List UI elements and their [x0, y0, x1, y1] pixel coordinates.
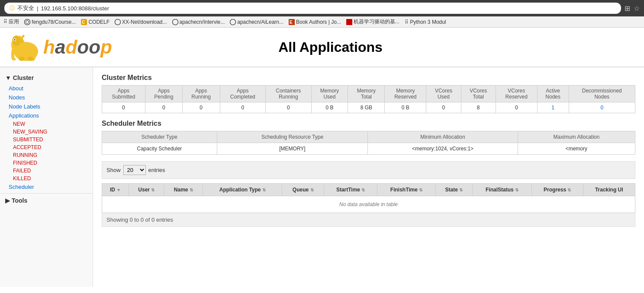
col-name[interactable]: Name ⇅ [164, 184, 203, 196]
sidebar-state-new-saving[interactable]: NEW_SAVING [0, 128, 93, 136]
entries-select[interactable]: 10 20 25 50 100 [123, 165, 146, 175]
col-containers-running: ContainersRunning [266, 86, 312, 102]
col-apps-running: AppsRunning [182, 86, 220, 102]
val-apps-completed: 0 [220, 102, 266, 113]
insecure-label: 不安全 [17, 4, 34, 12]
cluster-arrow-icon: ▼ [5, 74, 11, 81]
val-vcores-used: 0 [426, 102, 461, 113]
show-label: Show [106, 167, 121, 173]
col-queue[interactable]: Queue ⇅ [282, 184, 324, 196]
val-vcores-total: 8 [461, 102, 496, 113]
sidebar-item-node-labels[interactable]: Node Labels [0, 102, 93, 111]
val-apps-submitted: 0 [102, 102, 145, 113]
sidebar-state-running[interactable]: RUNNING [0, 151, 93, 159]
scheduler-metrics-title: Scheduler Metrics [102, 120, 635, 127]
sidebar-state-killed[interactable]: KILLED [0, 175, 93, 182]
id-sort-icon: ▼ [116, 188, 121, 192]
tools-arrow-icon: ▶ [5, 197, 10, 204]
bookmark-ml[interactable]: 机器学习驱动的基... [346, 18, 399, 25]
col-active-nodes: ActiveNodes [537, 86, 569, 102]
val-minimum-allocation: <memory:1024, vCores:1> [368, 143, 518, 155]
col-progress[interactable]: Progress ⇅ [532, 184, 583, 196]
val-active-nodes[interactable]: 1 [537, 102, 569, 113]
col-maximum-allocation: Maximum Allocation [518, 131, 635, 143]
user-sort-icon: ⇅ [151, 188, 155, 192]
val-memory-reserved: 0 B [385, 102, 426, 113]
bookmark-codelf[interactable]: C CODELF [81, 19, 109, 25]
col-apps-submitted: AppsSubmitted [102, 86, 145, 102]
hadoop-elephant-icon [9, 32, 43, 62]
sidebar-item-applications[interactable]: Applications [0, 111, 93, 120]
sidebar-state-submitted[interactable]: SUBMITTED [0, 136, 93, 143]
no-data-row: No data available in table [102, 196, 635, 213]
progress-sort-icon: ⇅ [567, 188, 571, 192]
val-scheduling-resource-type: [MEMORY] [217, 143, 368, 155]
col-user[interactable]: User ⇅ [129, 184, 164, 196]
val-decommissioned-nodes[interactable]: 0 [569, 102, 635, 113]
address-text: 192.168.5.100:8088/cluster [41, 5, 109, 12]
col-finish-time[interactable]: FinishTime ⇅ [377, 184, 436, 196]
sidebar-state-failed[interactable]: FAILED [0, 167, 93, 175]
val-maximum-allocation: <memory [518, 143, 635, 155]
translate-icon: ⊞ [625, 4, 630, 13]
svg-point-13 [14, 39, 16, 41]
col-memory-used: MemoryUsed [311, 86, 348, 102]
sidebar-item-about[interactable]: About [0, 84, 93, 93]
sidebar-item-nodes[interactable]: Nodes [0, 93, 93, 102]
col-vcores-used: VCoresUsed [426, 86, 461, 102]
start-time-sort-icon: ⇅ [361, 188, 365, 192]
val-memory-used: 0 B [311, 102, 348, 113]
hadoop-logo: h a d oo p [9, 32, 112, 62]
col-state[interactable]: State ⇅ [435, 184, 472, 196]
svg-text:E: E [290, 20, 293, 25]
svg-point-15 [19, 57, 25, 61]
col-tracking-ui[interactable]: Tracking UI [583, 184, 635, 196]
col-decommissioned-nodes: DecommissionedNodes [569, 86, 635, 102]
main-layout: ▼ Cluster About Nodes Node Labels Applic… [0, 67, 644, 287]
sidebar-cluster-header[interactable]: ▼ Cluster [0, 72, 93, 84]
bookmark-apachecn-interview[interactable]: apachecn/Intervie... [172, 19, 225, 25]
val-apps-pending: 0 [145, 102, 182, 113]
col-apps-pending: AppsPending [145, 86, 182, 102]
sidebar-state-accepted[interactable]: ACCEPTED [0, 143, 93, 151]
decommissioned-nodes-link[interactable]: 0 [600, 105, 603, 111]
queue-sort-icon: ⇅ [310, 188, 314, 192]
col-start-time[interactable]: StartTime ⇅ [324, 184, 377, 196]
active-nodes-link[interactable]: 1 [551, 105, 554, 111]
bookmark-apps[interactable]: ⠿ 应用 [3, 18, 19, 25]
col-apps-completed: AppsCompleted [220, 86, 266, 102]
sidebar-tools-header[interactable]: ▶ Tools [0, 193, 93, 207]
bookmark-python[interactable]: ⠿ Python 3 Modul [405, 19, 446, 25]
col-application-type[interactable]: Application Type ⇅ [203, 184, 282, 196]
cluster-label: Cluster [13, 74, 34, 81]
address-bar[interactable]: ⓘ 不安全 | 192.168.5.100:8088/cluster [4, 3, 621, 14]
val-containers-running: 0 [266, 102, 312, 113]
col-final-status[interactable]: FinalStatus ⇅ [472, 184, 531, 196]
insecure-icon: ⓘ [10, 5, 15, 12]
col-memory-total: MemoryTotal [348, 86, 385, 102]
applications-table: ID ▼ User ⇅ Name ⇅ Application Type ⇅ Qu… [102, 183, 635, 213]
browser-toolbar-icons: ⊞ ☆ [625, 4, 640, 13]
hadoop-text-logo: h a d oo p [43, 36, 112, 58]
col-vcores-reserved: VCoresReserved [496, 86, 537, 102]
sidebar-state-finished[interactable]: FINISHED [0, 159, 93, 167]
bookmark-apachecn-ai[interactable]: apachecn/AiLearn... [230, 19, 283, 25]
val-vcores-reserved: 0 [496, 102, 537, 113]
content-area: Cluster Metrics AppsSubmitted AppsPendin… [93, 67, 644, 287]
bookmark-xxnet[interactable]: XX-Net/download... [115, 19, 167, 25]
svg-point-5 [230, 19, 236, 25]
col-scheduling-resource-type: Scheduling Resource Type [217, 131, 368, 143]
cluster-metrics-row: 0 0 0 0 0 0 B 8 GB 0 B 0 8 0 1 0 [102, 102, 635, 113]
svg-point-4 [172, 19, 178, 25]
col-id[interactable]: ID ▼ [102, 184, 129, 196]
showing-entries: Showing 0 to 0 of 0 entries [102, 213, 635, 227]
cluster-metrics-title: Cluster Metrics [102, 74, 635, 82]
bookmark-book-authors[interactable]: E Book Authors | Jo... [289, 19, 341, 25]
browser-chrome: ⓘ 不安全 | 192.168.5.100:8088/cluster ⊞ ☆ [0, 0, 644, 16]
sidebar-state-new[interactable]: NEW [0, 120, 93, 128]
bookmark-fengdu[interactable]: fengdu78/Course... [24, 19, 76, 25]
state-sort-icon: ⇅ [459, 188, 463, 192]
val-apps-running: 0 [182, 102, 220, 113]
sidebar-item-scheduler[interactable]: Scheduler [0, 182, 93, 191]
svg-point-3 [115, 19, 121, 25]
